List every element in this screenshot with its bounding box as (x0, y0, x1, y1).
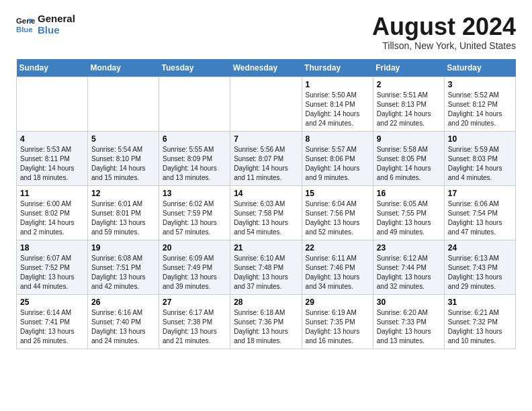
day-info: Sunrise: 5:54 AMSunset: 8:10 PMDaylight:… (91, 145, 155, 183)
header-thursday: Thursday (302, 59, 373, 77)
day-number: 24 (448, 243, 512, 253)
day-number: 29 (306, 298, 369, 307)
calendar-cell: 3Sunrise: 5:52 AMSunset: 8:12 PMDaylight… (444, 77, 515, 131)
calendar-cell (17, 77, 88, 131)
svg-text:Blue: Blue (16, 25, 33, 33)
day-info: Sunrise: 5:57 AMSunset: 8:06 PMDaylight:… (306, 145, 369, 183)
day-number: 26 (91, 298, 155, 307)
header-wednesday: Wednesday (230, 59, 302, 77)
calendar-cell: 25Sunrise: 6:14 AMSunset: 7:41 PMDayligh… (17, 294, 88, 349)
day-number: 7 (234, 134, 298, 144)
header-tuesday: Tuesday (159, 59, 230, 77)
day-number: 28 (234, 298, 298, 307)
day-number: 18 (20, 243, 84, 253)
day-info: Sunrise: 6:18 AMSunset: 7:36 PMDaylight:… (234, 308, 298, 346)
day-number: 5 (91, 134, 155, 144)
logo: General Blue General Blue (16, 13, 75, 36)
svg-text:General: General (16, 17, 35, 25)
day-number: 23 (377, 243, 441, 253)
day-info: Sunrise: 6:11 AMSunset: 7:46 PMDaylight:… (306, 254, 369, 291)
day-info: Sunrise: 5:56 AMSunset: 8:07 PMDaylight:… (234, 145, 298, 183)
day-number: 19 (91, 243, 155, 253)
day-number: 12 (91, 189, 155, 198)
day-info: Sunrise: 6:03 AMSunset: 7:58 PMDaylight:… (234, 199, 298, 237)
calendar-cell: 10Sunrise: 5:59 AMSunset: 8:03 PMDayligh… (444, 131, 515, 185)
day-info: Sunrise: 6:17 AMSunset: 7:38 PMDaylight:… (163, 308, 226, 346)
day-number: 3 (448, 80, 512, 89)
day-info: Sunrise: 6:09 AMSunset: 7:49 PMDaylight:… (163, 254, 226, 291)
day-number: 21 (234, 243, 298, 253)
calendar-week-row: 4Sunrise: 5:53 AMSunset: 8:11 PMDaylight… (17, 131, 516, 185)
day-info: Sunrise: 6:21 AMSunset: 7:32 PMDaylight:… (448, 308, 512, 346)
day-number: 30 (377, 298, 441, 307)
day-info: Sunrise: 6:00 AMSunset: 8:02 PMDaylight:… (20, 199, 84, 237)
page-header: General Blue General Blue August 2024 Ti… (16, 13, 516, 51)
subtitle: Tillson, New York, United States (372, 40, 516, 51)
logo-icon: General Blue (16, 15, 35, 34)
day-number: 9 (377, 134, 441, 144)
calendar-cell: 19Sunrise: 6:08 AMSunset: 7:51 PMDayligh… (88, 240, 159, 294)
day-number: 8 (306, 134, 369, 144)
calendar-cell: 7Sunrise: 5:56 AMSunset: 8:07 PMDaylight… (230, 131, 302, 185)
day-info: Sunrise: 6:14 AMSunset: 7:41 PMDaylight:… (20, 308, 84, 346)
day-number: 6 (163, 134, 226, 144)
day-info: Sunrise: 6:04 AMSunset: 7:56 PMDaylight:… (306, 199, 369, 237)
calendar-cell: 8Sunrise: 5:57 AMSunset: 8:06 PMDaylight… (302, 131, 373, 185)
header-saturday: Saturday (444, 59, 515, 77)
day-info: Sunrise: 5:51 AMSunset: 8:13 PMDaylight:… (377, 91, 441, 128)
day-info: Sunrise: 5:58 AMSunset: 8:05 PMDaylight:… (377, 145, 441, 183)
day-number: 14 (234, 189, 298, 198)
calendar-cell: 4Sunrise: 5:53 AMSunset: 8:11 PMDaylight… (17, 131, 88, 185)
calendar-week-row: 1Sunrise: 5:50 AMSunset: 8:14 PMDaylight… (17, 77, 516, 131)
calendar-cell: 9Sunrise: 5:58 AMSunset: 8:05 PMDaylight… (373, 131, 444, 185)
day-number: 27 (163, 298, 226, 307)
day-info: Sunrise: 6:10 AMSunset: 7:48 PMDaylight:… (234, 254, 298, 291)
day-info: Sunrise: 6:08 AMSunset: 7:51 PMDaylight:… (91, 254, 155, 291)
day-number: 13 (163, 189, 226, 198)
calendar-cell: 11Sunrise: 6:00 AMSunset: 8:02 PMDayligh… (17, 185, 88, 240)
title-block: August 2024 Tillson, New York, United St… (372, 13, 516, 51)
calendar-cell: 24Sunrise: 6:13 AMSunset: 7:43 PMDayligh… (444, 240, 515, 294)
header-sunday: Sunday (17, 59, 88, 77)
calendar-cell (159, 77, 230, 131)
day-info: Sunrise: 6:12 AMSunset: 7:44 PMDaylight:… (377, 254, 441, 291)
calendar-header-row: SundayMondayTuesdayWednesdayThursdayFrid… (17, 59, 516, 77)
calendar-cell: 28Sunrise: 6:18 AMSunset: 7:36 PMDayligh… (230, 294, 302, 349)
day-number: 16 (377, 189, 441, 198)
day-number: 17 (448, 189, 512, 198)
header-monday: Monday (88, 59, 159, 77)
calendar-week-row: 25Sunrise: 6:14 AMSunset: 7:41 PMDayligh… (17, 294, 516, 349)
calendar-cell: 12Sunrise: 6:01 AMSunset: 8:01 PMDayligh… (88, 185, 159, 240)
calendar-cell: 13Sunrise: 6:02 AMSunset: 7:59 PMDayligh… (159, 185, 230, 240)
day-info: Sunrise: 6:19 AMSunset: 7:35 PMDaylight:… (306, 308, 369, 346)
calendar-cell: 30Sunrise: 6:20 AMSunset: 7:33 PMDayligh… (373, 294, 444, 349)
calendar-cell: 21Sunrise: 6:10 AMSunset: 7:48 PMDayligh… (230, 240, 302, 294)
calendar-cell: 14Sunrise: 6:03 AMSunset: 7:58 PMDayligh… (230, 185, 302, 240)
day-info: Sunrise: 6:16 AMSunset: 7:40 PMDaylight:… (91, 308, 155, 346)
day-info: Sunrise: 5:53 AMSunset: 8:11 PMDaylight:… (20, 145, 84, 183)
calendar-cell: 2Sunrise: 5:51 AMSunset: 8:13 PMDaylight… (373, 77, 444, 131)
calendar-cell: 27Sunrise: 6:17 AMSunset: 7:38 PMDayligh… (159, 294, 230, 349)
calendar-week-row: 11Sunrise: 6:00 AMSunset: 8:02 PMDayligh… (17, 185, 516, 240)
day-number: 4 (20, 134, 84, 144)
day-number: 2 (377, 80, 441, 89)
calendar-cell: 1Sunrise: 5:50 AMSunset: 8:14 PMDaylight… (302, 77, 373, 131)
logo-line1: General (38, 13, 75, 25)
day-number: 10 (448, 134, 512, 144)
calendar-cell: 22Sunrise: 6:11 AMSunset: 7:46 PMDayligh… (302, 240, 373, 294)
day-info: Sunrise: 5:55 AMSunset: 8:09 PMDaylight:… (163, 145, 226, 183)
day-info: Sunrise: 6:02 AMSunset: 7:59 PMDaylight:… (163, 199, 226, 237)
calendar-cell: 26Sunrise: 6:16 AMSunset: 7:40 PMDayligh… (88, 294, 159, 349)
day-info: Sunrise: 6:20 AMSunset: 7:33 PMDaylight:… (377, 308, 441, 346)
calendar-cell: 6Sunrise: 5:55 AMSunset: 8:09 PMDaylight… (159, 131, 230, 185)
day-number: 31 (448, 298, 512, 307)
calendar-cell: 16Sunrise: 6:05 AMSunset: 7:55 PMDayligh… (373, 185, 444, 240)
day-info: Sunrise: 5:59 AMSunset: 8:03 PMDaylight:… (448, 145, 512, 183)
calendar-cell: 15Sunrise: 6:04 AMSunset: 7:56 PMDayligh… (302, 185, 373, 240)
calendar-cell: 17Sunrise: 6:06 AMSunset: 7:54 PMDayligh… (444, 185, 515, 240)
day-info: Sunrise: 6:13 AMSunset: 7:43 PMDaylight:… (448, 254, 512, 291)
day-number: 11 (20, 189, 84, 198)
day-number: 25 (20, 298, 84, 307)
calendar-cell: 31Sunrise: 6:21 AMSunset: 7:32 PMDayligh… (444, 294, 515, 349)
header-friday: Friday (373, 59, 444, 77)
